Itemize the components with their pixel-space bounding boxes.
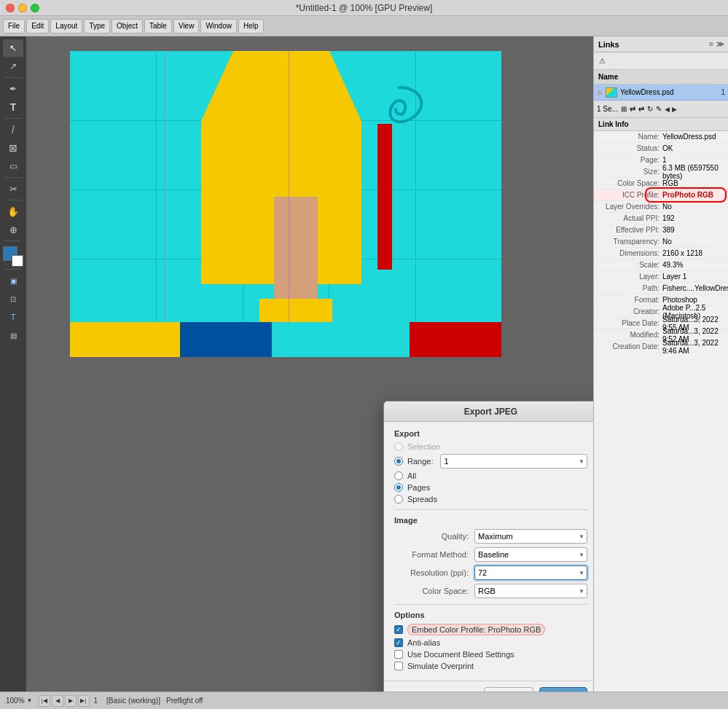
link-row-1[interactable]: ⚠ YellowDress.psd 1 — [594, 85, 728, 101]
info-size-value: 6.3 MB (6597550 bytes) — [662, 164, 725, 180]
menu-file[interactable]: File — [3, 19, 25, 34]
window-controls[interactable] — [6, 4, 39, 12]
info-page-label: Page: — [597, 156, 662, 164]
image-section-label: Image — [394, 516, 587, 525]
frame-mode[interactable]: ⊡ — [3, 290, 23, 308]
next-page-btn[interactable]: ▶ — [65, 695, 77, 707]
canvas-area[interactable]: Export JPEG Export Selection Range: — [26, 36, 593, 692]
pages-radio[interactable] — [394, 483, 403, 492]
link-info-icon-3: ⇄ — [638, 105, 644, 113]
menu-help[interactable]: Help — [238, 19, 264, 34]
link-info-section: 1 Se... ⊞ ⇄ ⇄ ↻ ✎ ◀ ▶ Link Info Name: Ye… — [594, 101, 728, 692]
anti-alias-checkbox[interactable] — [394, 638, 403, 647]
cancel-button[interactable]: Cancel — [484, 687, 533, 692]
status-bar: 100% ▼ |◀ ◀ ▶ ▶| 1 [Basic (working)] Pre… — [0, 692, 728, 709]
range-radio[interactable] — [394, 457, 403, 466]
format-method-label: Format Method: — [394, 550, 474, 559]
link-thumbnail — [606, 87, 617, 98]
preview-mode[interactable]: ▣ — [3, 272, 23, 289]
scissors-tool[interactable]: ✂ — [3, 180, 23, 197]
tool-divider-3 — [4, 177, 22, 178]
info-dimensions-value: 2160 x 1218 — [662, 249, 725, 257]
info-creationdate-label: Creation Date: — [597, 342, 662, 350]
info-format-value: Photoshop — [662, 296, 725, 304]
bleed-label: Use Document Bleed Settings — [407, 650, 514, 659]
nav-next[interactable]: ▶ — [672, 106, 677, 113]
warning-icon: ⚠ — [597, 56, 608, 66]
format-method-select[interactable]: Baseline Progressive — [474, 547, 587, 562]
info-creationdate-value: Saturda...3, 2022 9:46 AM — [662, 339, 725, 355]
panel-header-icons: ≡ ≫ — [709, 40, 724, 48]
panel-expand-icon[interactable]: ≫ — [716, 40, 724, 48]
menu-layout[interactable]: Layout — [50, 19, 82, 34]
rectangle-tool[interactable]: ▭ — [3, 157, 23, 175]
pen-tool[interactable]: ✒ — [3, 80, 23, 98]
section-divider-2 — [394, 604, 587, 605]
page-navigation[interactable]: |◀ ◀ ▶ ▶| 1 — [39, 695, 101, 707]
menu-type[interactable]: Type — [84, 19, 110, 34]
name-column-label: Name — [598, 73, 618, 81]
menu-table[interactable]: Table — [144, 19, 172, 34]
text-frame[interactable]: T — [3, 308, 23, 326]
info-status-row: Status: OK — [594, 143, 728, 154]
color-space-select[interactable]: RGB CMYK Gray — [474, 584, 587, 598]
zoom-control[interactable]: 100% ▼ — [6, 697, 33, 705]
last-page-btn[interactable]: ▶| — [78, 695, 90, 707]
color-box[interactable] — [3, 246, 23, 267]
background-color[interactable] — [12, 255, 23, 267]
export-button[interactable]: Export — [539, 687, 587, 692]
menu-view[interactable]: View — [173, 19, 200, 34]
maximize-button[interactable] — [31, 4, 39, 12]
info-layer-row: Layer: Layer 1 — [594, 271, 728, 283]
link-info-count: 1 Se... — [597, 105, 618, 113]
range-input[interactable] — [440, 454, 587, 469]
tool-divider-2 — [4, 118, 22, 119]
quality-select-wrapper: Maximum High Medium Low Minimum — [474, 529, 587, 544]
export-jpeg-dialog[interactable]: Export JPEG Export Selection Range: — [383, 401, 593, 692]
simulate-overprint-checkbox[interactable] — [394, 662, 403, 670]
info-format-label: Format: — [597, 296, 662, 304]
color-swatches — [70, 322, 501, 357]
close-button[interactable] — [6, 4, 15, 12]
menu-object[interactable]: Object — [111, 19, 143, 34]
link-filename: YellowDress.psd — [620, 88, 718, 96]
quality-select[interactable]: Maximum High Medium Low Minimum — [474, 529, 587, 544]
panel-collapse-icon[interactable]: ≡ — [709, 40, 713, 48]
all-radio[interactable] — [394, 471, 403, 480]
first-page-btn[interactable]: |◀ — [39, 695, 50, 707]
guide-vertical-1 — [165, 51, 165, 328]
embed-profile-checkbox[interactable] — [394, 625, 403, 634]
menu-edit[interactable]: Edit — [26, 19, 49, 34]
info-colorspace-row: Color Space: RGB — [594, 178, 728, 189]
tool-divider-1 — [4, 77, 22, 78]
resolution-input[interactable] — [474, 565, 587, 580]
prev-page-btn[interactable]: ◀ — [52, 695, 63, 707]
dialog-title: Export JPEG — [384, 401, 593, 422]
extra-tool[interactable]: ▤ — [3, 326, 23, 344]
menu-window[interactable]: Window — [200, 19, 237, 34]
rectangle-frame-tool[interactable]: ⊠ — [3, 139, 23, 157]
info-transparency-value: No — [662, 238, 725, 246]
spreads-label: Spreads — [407, 495, 437, 504]
type-tool[interactable]: T — [3, 98, 23, 116]
zoom-tool[interactable]: ⊕ — [3, 221, 23, 238]
guide-vertical-2 — [289, 51, 289, 328]
pages-row: Pages — [394, 483, 587, 492]
selection-radio[interactable] — [394, 442, 403, 451]
hand-tool[interactable]: ✋ — [3, 203, 23, 220]
direct-selection-tool[interactable]: ↗ — [3, 58, 23, 75]
tool-divider-5 — [4, 240, 22, 241]
zoom-dropdown-icon[interactable]: ▼ — [27, 697, 33, 704]
minimize-button[interactable] — [18, 4, 27, 12]
info-icc-row: ICC Profile: ProPhoto RGB — [594, 189, 728, 201]
selection-tool[interactable]: ↖ — [3, 39, 23, 57]
info-layeroverrides-row: Layer Overrides: No — [594, 201, 728, 213]
info-layeroverrides-label: Layer Overrides: — [597, 203, 662, 211]
spreads-radio[interactable] — [394, 495, 403, 504]
line-tool[interactable]: / — [3, 121, 23, 138]
main-layout: ↖ ↗ ✒ T / ⊠ ▭ ✂ ✋ ⊕ ▣ ⊡ T ▤ — [0, 36, 728, 692]
bleed-checkbox[interactable] — [394, 650, 403, 659]
info-name-label: Name: — [597, 133, 662, 141]
simulate-overprint-row: Simulate Overprint — [394, 662, 587, 670]
nav-prev[interactable]: ◀ — [665, 106, 670, 113]
